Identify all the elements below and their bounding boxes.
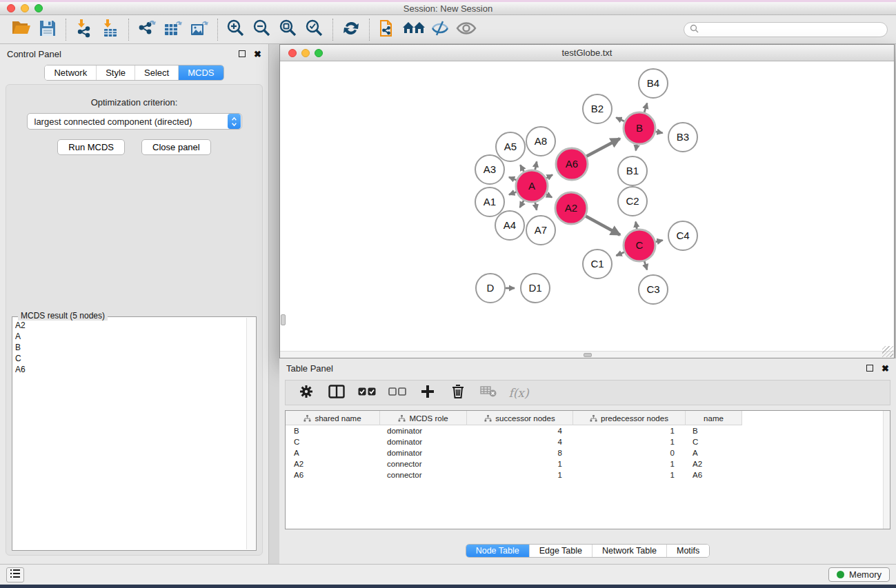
graph-node-A8[interactable]: A8 [526,127,555,156]
graph-node-C[interactable]: C [624,230,655,261]
graph-node-C2[interactable]: C2 [618,187,647,216]
graph-node-A3[interactable]: A3 [475,155,504,184]
import-table-button[interactable] [97,18,123,41]
close-window-button[interactable] [7,4,15,12]
result-list-scrollbar[interactable] [246,318,255,549]
select-all-rows-button[interactable] [352,382,382,404]
graph-edge-B-B3[interactable] [656,132,663,133]
zoom-network-window-button[interactable] [315,49,323,57]
list-item[interactable]: B [15,342,246,353]
graph-edge-B-B1[interactable] [636,145,637,151]
zoom-window-button[interactable] [34,4,43,12]
network-horizontal-scrollbar[interactable] [280,351,894,358]
deselect-all-rows-button[interactable] [382,382,412,404]
graph-node-D[interactable]: D [476,274,505,303]
float-panel-icon[interactable] [239,50,246,57]
close-network-window-button[interactable] [288,49,297,57]
tab-edge-table[interactable]: Edge Table [529,545,592,557]
column-header-name[interactable]: name [686,411,742,425]
delete-columns-button[interactable] [443,382,473,404]
close-panel-button[interactable]: Close panel [141,139,211,155]
tab-mcds[interactable]: MCDS [178,65,223,80]
hide-graphics-details-button[interactable] [427,18,453,41]
column-header-successor-nodes[interactable]: successor nodes [467,411,573,425]
add-column-button[interactable] [412,382,443,404]
graph-edge-A-A3[interactable] [509,177,517,180]
graph-node-B4[interactable]: B4 [639,69,668,98]
minimize-window-button[interactable] [21,4,29,12]
export-network-button[interactable] [134,18,160,41]
graph-node-D1[interactable]: D1 [521,274,550,303]
tab-motifs[interactable]: Motifs [666,545,709,557]
graph-edge-C-C1[interactable] [616,252,624,256]
network-window-titlebar[interactable]: testGlobe.txt [280,45,894,61]
graph-edge-A-A7[interactable] [535,203,537,210]
graph-node-A4[interactable]: A4 [495,211,524,240]
float-panel-icon[interactable] [866,365,873,372]
graph-edge-A-A6[interactable] [546,174,552,178]
tab-network-table[interactable]: Network Table [592,545,666,557]
search-field[interactable] [684,22,888,37]
column-header-mcds-role[interactable]: MCDS role [380,411,467,425]
graph-edge-A-A1[interactable] [509,192,516,194]
zoom-fit-button[interactable] [275,18,301,41]
open-network-file-button[interactable] [375,18,401,41]
graph-node-C1[interactable]: C1 [583,250,612,278]
save-session-button[interactable] [34,18,61,41]
search-input[interactable] [701,25,882,34]
tab-select[interactable]: Select [135,65,178,80]
graph-edge-C-C4[interactable] [655,241,662,242]
show-graphics-details-button[interactable] [453,18,479,41]
graph-edge-A-A4[interactable] [520,201,524,207]
network-horizontal-scrollbar-thumb[interactable] [584,353,592,357]
task-history-button[interactable] [6,567,24,582]
graph-node-B3[interactable]: B3 [668,123,697,152]
minimize-network-window-button[interactable] [301,49,310,57]
graph-node-A1[interactable]: A1 [475,187,504,216]
table-settings-button[interactable] [291,382,321,404]
zoom-out-button[interactable] [249,18,275,41]
export-table-button[interactable] [160,18,186,41]
graph-edge-A-A5[interactable] [520,165,524,172]
zoom-in-button[interactable] [223,18,249,41]
import-network-button[interactable] [71,18,97,41]
function-builder-button[interactable]: f(x) [504,382,534,404]
graph-node-A[interactable]: A [516,170,548,202]
graph-node-A2[interactable]: A2 [555,192,587,224]
close-panel-icon[interactable]: ✖ [882,363,889,374]
graph-node-C3[interactable]: C3 [639,275,668,304]
delete-table-button[interactable] [473,382,504,404]
list-item[interactable]: C [15,353,246,364]
graph-edge-A6-B[interactable] [586,139,620,156]
tab-node-table[interactable]: Node Table [466,545,529,557]
graph-edge-B-B2[interactable] [616,118,624,121]
graph-edge-A-A2[interactable] [546,194,552,198]
graph-edge-C-C2[interactable] [636,222,637,230]
network-vertical-scrollbar-thumb[interactable] [281,314,286,325]
graph-node-A5[interactable]: A5 [496,132,525,161]
tab-network[interactable]: Network [45,65,96,80]
graph-node-B[interactable]: B [624,112,655,144]
graph-edge-A2-C[interactable] [586,216,620,234]
graph-node-C4[interactable]: C4 [668,221,697,250]
graph-node-A7[interactable]: A7 [526,216,555,245]
graph-node-A6[interactable]: A6 [556,148,588,180]
close-panel-icon[interactable]: ✖ [254,49,261,59]
graph-edge-A-A8[interactable] [535,161,537,170]
export-image-button[interactable] [186,18,212,41]
graph-edge-C-C3[interactable] [644,261,647,270]
table-row[interactable]: Adominator80A [286,447,890,458]
list-item[interactable]: A6 [15,364,246,375]
graph-edge-B-B4[interactable] [644,103,647,112]
window-resize-grip[interactable] [882,346,893,357]
run-mcds-button[interactable]: Run MCDS [57,139,125,155]
open-session-button[interactable] [8,18,34,41]
tab-style[interactable]: Style [96,65,135,80]
criterion-select[interactable]: largest connected component (directed) [27,113,242,130]
graph-node-B1[interactable]: B1 [618,156,647,185]
zoom-selected-button[interactable] [301,18,328,41]
column-header-predecessor-nodes[interactable]: predecessor nodes [573,411,686,425]
table-row[interactable]: Bdominator41B [286,425,890,436]
list-item[interactable]: A [15,331,246,342]
refresh-network-button[interactable] [338,18,364,41]
